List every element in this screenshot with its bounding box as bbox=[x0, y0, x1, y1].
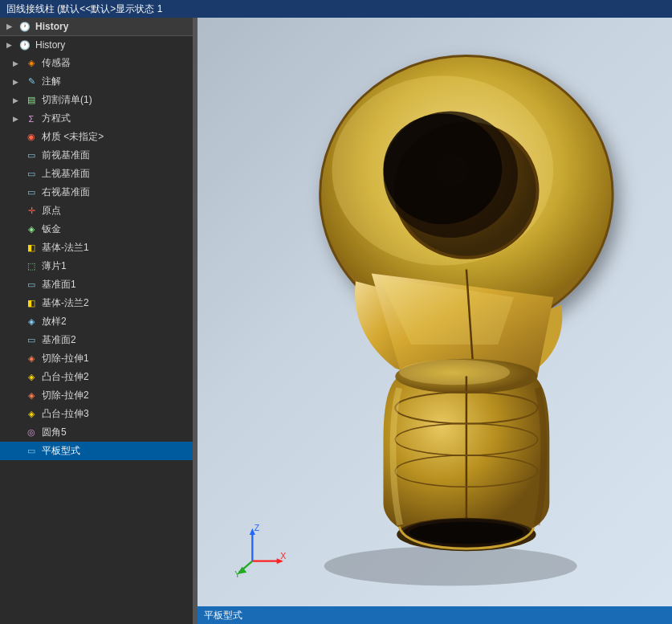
title-bar: 固线接线柱 (默认<<默认>显示状态 1 bbox=[0, 0, 672, 18]
sidebar-item-base-flange1[interactable]: ◧基体-法兰1 bbox=[0, 239, 193, 257]
coordinate-axes: Z X Y bbox=[234, 524, 290, 580]
sidebar-item-equation[interactable]: ▶Σ方程式 bbox=[0, 109, 193, 128]
sidebar-header[interactable]: ▶ 🕐 History bbox=[0, 18, 193, 36]
svg-text:Z: Z bbox=[255, 524, 260, 532]
icon-note: ✎ bbox=[25, 75, 38, 88]
icon-datum2: ▭ bbox=[25, 334, 38, 347]
svg-point-17 bbox=[409, 522, 523, 544]
history-label: History bbox=[35, 21, 68, 32]
label-cut-extrude2: 切除-拉伸2 bbox=[42, 389, 89, 402]
sidebar-item-material[interactable]: ◉材质 <未指定> bbox=[0, 128, 193, 146]
icon-history: 🕐 bbox=[18, 39, 31, 51]
icon-base-flange1: ◧ bbox=[25, 242, 38, 255]
icon-cut-extrude1: ◈ bbox=[25, 353, 38, 365]
sidebar-item-sheet-metal[interactable]: ◈钣金 bbox=[0, 220, 193, 239]
active-item-bar: 平板型式 bbox=[198, 606, 672, 624]
icon-base-flange2: ◧ bbox=[25, 297, 38, 310]
sidebar-items-container: ▶🕐History▶◈传感器▶✎注解▶▤切割清单(1)▶Σ方程式 ◉材质 <未指… bbox=[0, 36, 193, 460]
sidebar-item-note[interactable]: ▶✎注解 bbox=[0, 72, 193, 91]
label-base-flange2: 基体-法兰2 bbox=[42, 296, 89, 310]
expand-arrow-cutlist: ▶ bbox=[13, 96, 21, 104]
feature-tree-sidebar[interactable]: ▶ 🕐 History ▶🕐History▶◈传感器▶✎注解▶▤切割清单(1)▶… bbox=[0, 18, 193, 624]
label-cutlist: 切割清单(1) bbox=[42, 93, 92, 107]
sidebar-item-front-plane[interactable]: ▭前视基准面 bbox=[0, 146, 193, 165]
label-origin: 原点 bbox=[42, 204, 61, 218]
label-thin1: 薄片1 bbox=[42, 259, 67, 273]
label-datum1: 基准面1 bbox=[42, 278, 76, 292]
expand-arrow-history: ▶ bbox=[6, 41, 14, 49]
label-flat-pattern: 平板型式 bbox=[42, 444, 80, 458]
sidebar-item-base-flange2[interactable]: ◧基体-法兰2 bbox=[0, 294, 193, 312]
label-boss-extrude3: 凸台-拉伸3 bbox=[42, 407, 89, 421]
label-material: 材质 <未指定> bbox=[42, 130, 104, 144]
sidebar-item-flat-pattern[interactable]: ▭平板型式 bbox=[0, 442, 193, 460]
history-icon: 🕐 bbox=[18, 20, 31, 33]
sidebar-item-fillet5[interactable]: ◎圆角5 bbox=[0, 423, 193, 442]
icon-equation: Σ bbox=[25, 112, 38, 125]
icon-flat-pattern: ▭ bbox=[25, 445, 38, 458]
label-equation: 方程式 bbox=[42, 112, 71, 125]
label-top-plane: 上视基准面 bbox=[42, 167, 90, 181]
expand-arrow-sensor: ▶ bbox=[13, 59, 21, 67]
history-expand-arrow: ▶ bbox=[6, 22, 14, 31]
sidebar-item-boss-extrude3[interactable]: ◈凸台-拉伸3 bbox=[0, 405, 193, 423]
expand-arrow-equation: ▶ bbox=[13, 115, 21, 123]
label-loft2: 放样2 bbox=[42, 315, 67, 328]
sidebar-item-history[interactable]: ▶🕐History bbox=[0, 36, 193, 54]
svg-text:Y: Y bbox=[234, 569, 240, 579]
icon-sheet-metal: ◈ bbox=[25, 223, 38, 236]
sidebar-item-sensor[interactable]: ▶◈传感器 bbox=[0, 54, 193, 72]
icon-front-plane: ▭ bbox=[25, 149, 38, 162]
label-right-plane: 右视基准面 bbox=[42, 186, 90, 199]
sidebar-item-boss-extrude2[interactable]: ◈凸台-拉伸2 bbox=[0, 368, 193, 386]
icon-datum1: ▭ bbox=[25, 279, 38, 292]
label-base-flange1: 基体-法兰1 bbox=[42, 241, 89, 255]
label-datum2: 基准面2 bbox=[42, 333, 76, 347]
label-note: 注解 bbox=[42, 75, 61, 88]
icon-sensor: ◈ bbox=[25, 57, 38, 70]
3d-viewport[interactable]: Z X Y 平板型式 bbox=[198, 18, 672, 624]
sidebar-item-origin[interactable]: ✛原点 bbox=[0, 202, 193, 220]
icon-cut-extrude2: ◈ bbox=[25, 389, 38, 402]
svg-point-10 bbox=[399, 360, 510, 385]
main-layout: ▶ 🕐 History ▶🕐History▶◈传感器▶✎注解▶▤切割清单(1)▶… bbox=[0, 18, 672, 624]
icon-origin: ✛ bbox=[25, 205, 38, 218]
sidebar-item-loft2[interactable]: ◈放样2 bbox=[0, 312, 193, 331]
sidebar-item-datum1[interactable]: ▭基准面1 bbox=[0, 275, 193, 294]
label-sensor: 传感器 bbox=[42, 56, 71, 70]
icon-fillet5: ◎ bbox=[25, 426, 38, 439]
label-sheet-metal: 钣金 bbox=[42, 222, 61, 236]
icon-top-plane: ▭ bbox=[25, 168, 38, 181]
sidebar-item-cut-extrude1[interactable]: ◈切除-拉伸1 bbox=[0, 349, 193, 368]
svg-point-0 bbox=[324, 546, 577, 585]
sidebar-item-datum2[interactable]: ▭基准面2 bbox=[0, 331, 193, 349]
sidebar-item-cut-extrude2[interactable]: ◈切除-拉伸2 bbox=[0, 386, 193, 405]
icon-material: ◉ bbox=[25, 131, 38, 144]
icon-boss-extrude3: ◈ bbox=[25, 408, 38, 421]
icon-thin1: ⬚ bbox=[25, 260, 38, 273]
label-cut-extrude1: 切除-拉伸1 bbox=[42, 352, 89, 365]
label-boss-extrude2: 凸台-拉伸2 bbox=[42, 370, 89, 384]
label-fillet5: 圆角5 bbox=[42, 426, 67, 439]
expand-arrow-note: ▶ bbox=[13, 78, 21, 86]
icon-boss-extrude2: ◈ bbox=[25, 371, 38, 384]
sidebar-item-right-plane[interactable]: ▭右视基准面 bbox=[0, 183, 193, 202]
sidebar-item-cutlist[interactable]: ▶▤切割清单(1) bbox=[0, 91, 193, 109]
label-history: History bbox=[35, 39, 65, 51]
active-item-label: 平板型式 bbox=[204, 609, 242, 622]
icon-loft2: ◈ bbox=[25, 316, 38, 328]
sidebar-item-top-plane[interactable]: ▭上视基准面 bbox=[0, 165, 193, 183]
icon-cutlist: ▤ bbox=[25, 94, 38, 107]
title-text: 固线接线柱 (默认<<默认>显示状态 1 bbox=[6, 2, 162, 16]
svg-text:X: X bbox=[280, 551, 286, 561]
label-front-plane: 前视基准面 bbox=[42, 149, 90, 162]
svg-point-6 bbox=[383, 113, 502, 224]
sidebar-item-thin1[interactable]: ⬚薄片1 bbox=[0, 257, 193, 275]
icon-right-plane: ▭ bbox=[25, 186, 38, 199]
